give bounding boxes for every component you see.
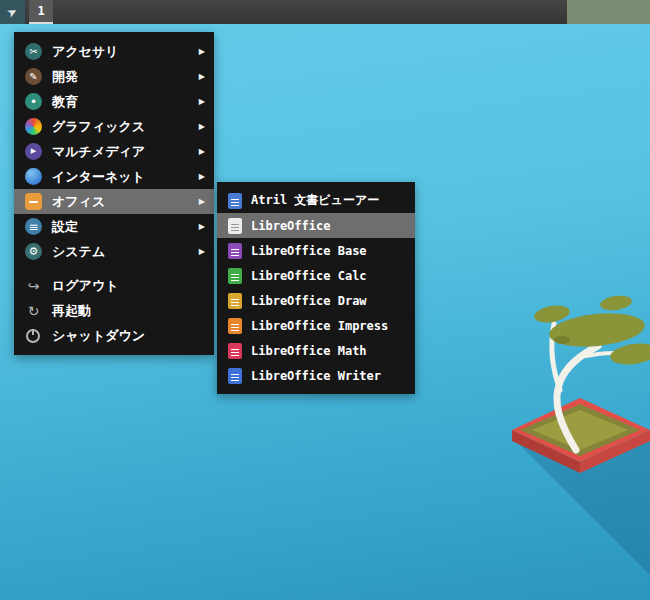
submenu-item-label: LibreOffice [251, 219, 330, 233]
submenu-item-label: LibreOffice Writer [251, 369, 381, 383]
submenu-item-libreoffice-math[interactable]: LibreOffice Math [217, 338, 415, 363]
menu-item-logout[interactable]: ログアウト [14, 273, 214, 298]
submenu-item-label: LibreOffice Impress [251, 319, 388, 333]
pot-under-left [512, 430, 580, 473]
menu-item-education[interactable]: 教育 ▶ [14, 89, 214, 114]
submenu-arrow-icon: ▶ [199, 97, 205, 106]
app-launcher-button[interactable]: ➤ [0, 0, 25, 24]
reboot-icon [25, 302, 42, 319]
menu-item-settings[interactable]: 設定 ▶ [14, 214, 214, 239]
libreoffice-math-icon [228, 343, 242, 359]
submenu-item-label: LibreOffice Draw [251, 294, 367, 308]
education-icon [25, 93, 42, 110]
foliage-main [548, 309, 647, 351]
bonsai-trunk [557, 346, 598, 450]
top-panel: ➤ 1 [0, 0, 650, 24]
submenu-item-libreoffice-draw[interactable]: LibreOffice Draw [217, 288, 415, 313]
submenu-item-label: Atril 文書ビューアー [251, 192, 379, 209]
libreoffice-writer-icon [228, 368, 242, 384]
submenu-arrow-icon: ▶ [199, 122, 205, 131]
submenu-arrow-icon: ▶ [199, 72, 205, 81]
menu-item-label: アクセサリ [52, 43, 119, 61]
pot-under-right [580, 430, 650, 473]
multimedia-icon [25, 143, 42, 160]
desktop: ➤ 1 アクセサリ ▶ 開発 ▶ 教育 ▶ グラフィックス ▶ [0, 0, 650, 600]
submenu-arrow-icon: ▶ [199, 222, 205, 231]
menu-item-label: シャットダウン [52, 327, 145, 345]
menu-item-label: 教育 [52, 93, 78, 111]
menu-separator [14, 264, 214, 273]
bonsai-branch-left [552, 324, 560, 390]
menu-item-label: インターネット [52, 168, 145, 186]
pot-soil-outer [520, 404, 640, 456]
menu-item-reboot[interactable]: 再起動 [14, 298, 214, 323]
foliage-leaf-small [554, 336, 570, 344]
atril-icon [228, 193, 242, 209]
pot-soil-inner [532, 410, 628, 450]
menu-item-label: オフィス [52, 193, 105, 211]
libreoffice-icon [228, 218, 242, 234]
menu-item-label: 開発 [52, 68, 78, 86]
submenu-arrow-icon: ▶ [199, 172, 205, 181]
submenu-item-libreoffice-calc[interactable]: LibreOffice Calc [217, 263, 415, 288]
office-submenu: Atril 文書ビューアー LibreOffice LibreOffice Ba… [217, 182, 415, 394]
submenu-item-label: LibreOffice Base [251, 244, 367, 258]
submenu-arrow-icon: ▶ [199, 197, 205, 206]
submenu-arrow-icon: ▶ [199, 47, 205, 56]
libreoffice-calc-icon [228, 268, 242, 284]
internet-icon [25, 168, 42, 185]
bonsai-long-shadow [516, 441, 650, 575]
submenu-item-libreoffice-writer[interactable]: LibreOffice Writer [217, 363, 415, 388]
shutdown-icon [26, 329, 40, 343]
menu-item-office[interactable]: オフィス ▶ [14, 189, 214, 214]
submenu-arrow-icon: ▶ [199, 147, 205, 156]
foliage-left [533, 303, 571, 325]
status-area [567, 0, 650, 24]
submenu-item-label: LibreOffice Calc [251, 269, 367, 283]
menu-item-accessories[interactable]: アクセサリ ▶ [14, 39, 214, 64]
submenu-item-atril[interactable]: Atril 文書ビューアー [217, 188, 415, 213]
pot-rim [512, 398, 650, 462]
graphics-icon [25, 118, 42, 135]
libreoffice-base-icon [228, 243, 242, 259]
system-icon [25, 243, 42, 260]
logout-icon [25, 277, 42, 294]
submenu-item-libreoffice-base[interactable]: LibreOffice Base [217, 238, 415, 263]
bonsai-branch-right [586, 353, 634, 356]
submenu-item-libreoffice[interactable]: LibreOffice [217, 213, 415, 238]
accessories-icon [25, 43, 42, 60]
menu-item-label: 再起動 [52, 302, 91, 320]
submenu-arrow-icon: ▶ [199, 247, 205, 256]
libreoffice-draw-icon [228, 293, 242, 309]
foliage-top [599, 294, 633, 312]
development-icon [25, 68, 42, 85]
menu-item-system[interactable]: システム ▶ [14, 239, 214, 264]
submenu-item-libreoffice-impress[interactable]: LibreOffice Impress [217, 313, 415, 338]
menu-item-label: システム [52, 243, 105, 261]
foliage-right [609, 341, 650, 367]
menu-item-label: グラフィックス [52, 118, 145, 136]
panel-spacer [53, 0, 567, 24]
main-menu: アクセサリ ▶ 開発 ▶ 教育 ▶ グラフィックス ▶ マルチメディア ▶ イン… [14, 32, 214, 355]
menu-item-multimedia[interactable]: マルチメディア ▶ [14, 139, 214, 164]
paper-plane-icon: ➤ [5, 4, 20, 19]
libreoffice-impress-icon [228, 318, 242, 334]
submenu-item-label: LibreOffice Math [251, 344, 367, 358]
settings-icon [25, 218, 42, 235]
menu-item-label: ログアウト [52, 277, 119, 295]
office-icon [25, 193, 42, 210]
menu-item-label: 設定 [52, 218, 78, 236]
menu-item-internet[interactable]: インターネット ▶ [14, 164, 214, 189]
menu-item-label: マルチメディア [52, 143, 145, 161]
workspace-button[interactable]: 1 [29, 0, 53, 24]
menu-item-development[interactable]: 開発 ▶ [14, 64, 214, 89]
menu-item-graphics[interactable]: グラフィックス ▶ [14, 114, 214, 139]
menu-item-shutdown[interactable]: シャットダウン [14, 323, 214, 348]
